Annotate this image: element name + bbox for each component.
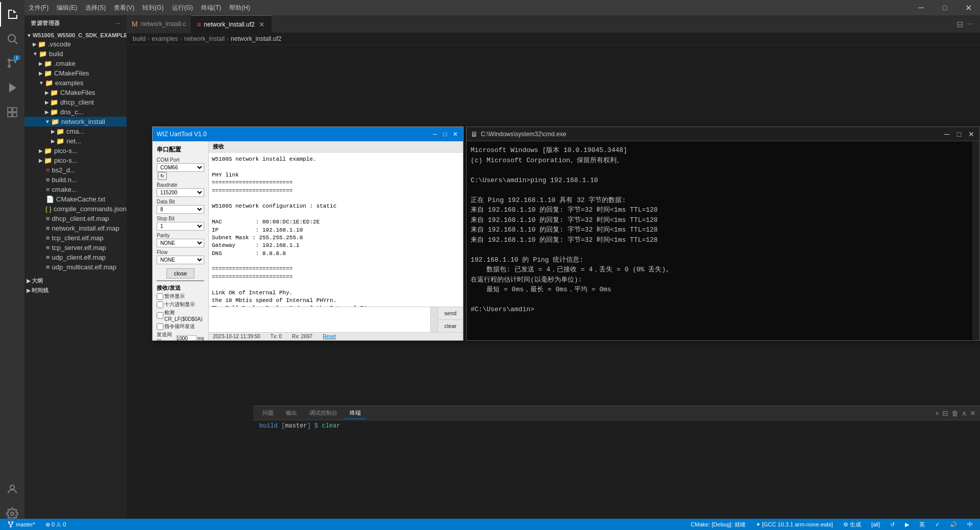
uart-com-refresh-btn[interactable]: ↻: [158, 172, 167, 180]
uart-hex-check[interactable]: [157, 301, 163, 308]
sidebar-item-build[interactable]: ▼ 📁 build: [24, 49, 127, 59]
split-editor-btn[interactable]: ⊟: [954, 19, 965, 29]
sidebar-root[interactable]: ▼ W5100S_W5500_C_SDK_EXAMPLE: [24, 31, 127, 39]
tab-network-install-c[interactable]: M network_install.c: [127, 15, 191, 33]
status-run[interactable]: ▶: [902, 519, 912, 530]
terminal-split-btn[interactable]: ⊟: [942, 409, 948, 417]
sidebar-item-tcp-client-map[interactable]: ≡ tcp_client.elf.map: [24, 233, 127, 243]
activity-source-control[interactable]: 1: [0, 51, 24, 75]
uart-pause-check[interactable]: [157, 293, 163, 300]
sidebar-item-dns[interactable]: ▶ 📁 dns_c...: [24, 107, 127, 117]
uart-flow-select[interactable]: NONE: [157, 256, 204, 264]
sidebar-item-examples[interactable]: ▼ 📁 examples: [24, 78, 127, 88]
sidebar-item-udp-multicast-map[interactable]: ≡ udp_multicast.elf.map: [24, 262, 127, 272]
cmd-minimize-btn[interactable]: ─: [943, 130, 951, 138]
tab-network-install-uf2[interactable]: ≡ network_install.uf2 ✕: [191, 15, 272, 33]
sidebar-item-network-install[interactable]: ▼ 📁 network_install: [24, 117, 127, 127]
terminal-tab-terminal[interactable]: 终端: [345, 408, 366, 419]
uart-close-port-btn[interactable]: close: [166, 268, 195, 279]
uart-baudrate-select[interactable]: 115200: [157, 188, 204, 197]
uart-databit-select[interactable]: 8: [157, 205, 204, 214]
bc-examples[interactable]: examples: [152, 35, 178, 42]
activity-account[interactable]: [0, 477, 24, 501]
activity-run[interactable]: [0, 75, 24, 100]
sidebar-more-btn[interactable]: ···: [115, 20, 120, 27]
sidebar-item-cmakecache[interactable]: 📄 CMakeCache.txt: [24, 194, 127, 204]
sidebar-item-compile-commands[interactable]: { } compile_commands.json: [24, 204, 127, 214]
sidebar-outline[interactable]: ▶ 大纲: [24, 276, 127, 286]
status-compiler[interactable]: ✦ [GCC 10.3.1 arm-none-eabi]: [753, 519, 836, 530]
sidebar-item-pico2[interactable]: ▶ 📁 pico-s...: [24, 156, 127, 165]
sidebar-timeline[interactable]: ▶ 时间线: [24, 286, 127, 295]
sidebar-item-build-ninja[interactable]: ≡ build.n...: [24, 175, 127, 185]
menu-goto[interactable]: 转到(G): [138, 0, 167, 15]
uart-clear-btn[interactable]: clear: [438, 320, 463, 332]
uart-crlf-check[interactable]: [157, 312, 163, 319]
uart-reset-btn[interactable]: Reset: [323, 334, 336, 339]
sidebar-item-dhcp[interactable]: ▶ 📁 dhcp_client: [24, 97, 127, 107]
sidebar-item-cmake-file[interactable]: ≡ cmake...: [24, 185, 127, 194]
terminal-trash-btn[interactable]: 🗑: [951, 409, 959, 417]
uart-loop-check[interactable]: [157, 323, 163, 330]
terminal-new-btn[interactable]: +: [935, 409, 939, 417]
menu-help[interactable]: 帮助(H): [225, 0, 254, 15]
status-cmake[interactable]: CMake: [Debug]: 就绪: [688, 519, 749, 530]
status-check[interactable]: ✓: [932, 519, 943, 530]
uart-com-select[interactable]: COM66: [157, 163, 204, 172]
sidebar-item-bs2[interactable]: ≡ bs2_d...: [24, 165, 127, 175]
sidebar-header: 资源管理器 ···: [24, 15, 127, 31]
terminal-tab-problems[interactable]: 问题: [257, 408, 279, 419]
activity-search[interactable]: [0, 27, 24, 51]
bc-network-install[interactable]: network_install: [184, 35, 225, 42]
uart-close-win-btn[interactable]: ✕: [452, 131, 459, 138]
uart-maximize-btn[interactable]: □: [442, 131, 449, 138]
status-build[interactable]: ⚙ 生成: [840, 519, 864, 530]
menu-run[interactable]: 运行(G): [168, 0, 197, 15]
activity-explorer[interactable]: [0, 2, 24, 27]
bc-build[interactable]: build: [133, 35, 145, 42]
menu-terminal[interactable]: 终端(T): [197, 0, 225, 15]
uart-parity-select[interactable]: NONE: [157, 239, 204, 247]
menu-edit[interactable]: 编辑(E): [53, 0, 81, 15]
terminal-chevron-btn[interactable]: ∧: [962, 409, 967, 417]
activity-extensions[interactable]: [0, 100, 24, 124]
sidebar-item-ni-cmake[interactable]: ▶ 📁 cma...: [24, 127, 127, 136]
sidebar-item-dhcp-map[interactable]: ≡ dhcp_client.elf.map: [24, 214, 127, 223]
menu-view[interactable]: 查看(V): [110, 0, 138, 15]
terminal-close-panel-btn[interactable]: ✕: [970, 409, 976, 417]
window-close[interactable]: ✕: [957, 0, 980, 15]
status-refresh[interactable]: ↺: [887, 519, 898, 530]
uart-send-input[interactable]: [209, 307, 430, 332]
status-lang-en[interactable]: 英: [916, 519, 928, 530]
cmd-scrollbar[interactable]: [972, 141, 979, 340]
window-maximize[interactable]: □: [933, 0, 957, 15]
uart-minimize-btn[interactable]: ─: [431, 131, 438, 138]
uart-stopbit-select[interactable]: 1: [157, 222, 204, 231]
terminal-tab-output[interactable]: 输出: [281, 408, 302, 419]
status-errors[interactable]: ⊗ 0 ⚠ 0: [42, 519, 69, 530]
menu-select[interactable]: 选择(S): [81, 0, 110, 15]
sidebar-item-vscode[interactable]: ▶ 📁 .vscode: [24, 39, 127, 49]
status-ime[interactable]: 中: [964, 519, 976, 530]
status-all[interactable]: [all]: [868, 519, 883, 530]
sidebar-item-pico1[interactable]: ▶ 📁 pico-s...: [24, 146, 127, 156]
status-volume[interactable]: 🔊: [947, 519, 960, 530]
sidebar-item-netinstall-map[interactable]: ≡ network_install.elf.map: [24, 223, 127, 233]
window-minimize[interactable]: ─: [910, 0, 933, 15]
sidebar-item-cmakefiles[interactable]: ▶ 📁 CMakeFiles: [24, 68, 127, 78]
uart-resize-handle[interactable]: [459, 141, 463, 314]
tab-close-btn[interactable]: ✕: [258, 20, 266, 29]
cmd-maximize-btn[interactable]: □: [955, 130, 963, 138]
sidebar-item-tcp-server-map[interactable]: ≡ tcp_server.elf.map: [24, 243, 127, 253]
sidebar-item-udp-client-map[interactable]: ≡ udp_client.elf.map: [24, 253, 127, 262]
sidebar-item-ex-cmakefiles[interactable]: ▶ 📁 CMakeFiles: [24, 88, 127, 97]
bc-file[interactable]: network_install.uf2: [231, 35, 281, 42]
more-actions-btn[interactable]: ···: [965, 19, 976, 29]
status-branch[interactable]: master*: [4, 519, 38, 530]
uart-interval-input[interactable]: [176, 335, 197, 341]
sidebar-item-cmake[interactable]: ▶ 📁 .cmake: [24, 59, 127, 68]
sidebar-item-ni-net[interactable]: ▶ 📁 net...: [24, 136, 127, 146]
cmd-close-btn[interactable]: ✕: [967, 130, 975, 138]
menu-file[interactable]: 文件(F): [24, 0, 53, 15]
terminal-tab-debug[interactable]: 调试控制台: [304, 408, 342, 419]
